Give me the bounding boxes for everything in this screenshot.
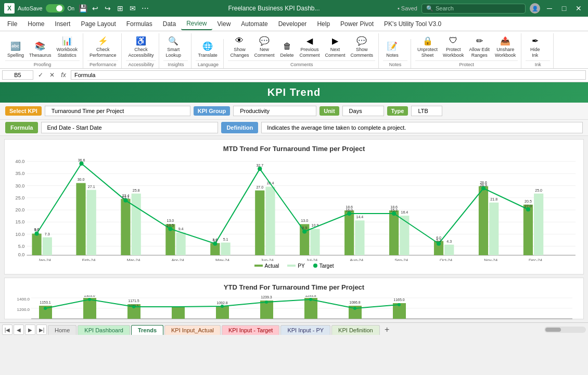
ribbon-group-ink: ✒ HideInk Ink: [522, 33, 554, 68]
menu-data[interactable]: Data: [158, 18, 181, 30]
formula-value: End Date - Start Date: [41, 122, 218, 133]
menu-developer[interactable]: Developer: [273, 18, 312, 30]
save-icon[interactable]: 💾: [78, 3, 88, 14]
unshare-workbook-btn[interactable]: 📤 UnshareWorkbook: [493, 33, 518, 59]
check-accessibility-btn[interactable]: ♿ CheckAccessibility: [126, 33, 156, 59]
formula-checkmark-icon[interactable]: ✓: [35, 70, 46, 80]
ytd-chart-title: YTD Trend For Turnaround Time per Projec…: [10, 283, 578, 291]
bar-actual-dec: [523, 205, 533, 255]
minimize-icon[interactable]: ─: [544, 3, 555, 14]
excel-icon: X: [4, 3, 15, 14]
spelling-btn[interactable]: 🔤 Spelling: [5, 39, 26, 59]
bar-actual-nov: [479, 186, 488, 255]
sheet-tab-kpi-dashboard[interactable]: KPI Dashboard: [78, 325, 130, 335]
ribbon-group-protect: 🔒 UnprotectSheet 🛡 ProtectWorkbook ✏ All…: [412, 33, 521, 68]
unshare-workbook-label: UnshareWorkbook: [495, 47, 516, 58]
bar-py-nov: [489, 202, 498, 255]
search-box[interactable]: 🔍: [421, 4, 526, 14]
menu-formulas[interactable]: Formulas: [121, 18, 158, 30]
menu-review[interactable]: Review: [181, 18, 212, 30]
more-icon[interactable]: ⋯: [140, 3, 150, 14]
menu-insert[interactable]: Insert: [49, 18, 75, 30]
bar-actual-feb: [76, 183, 85, 255]
mail-icon[interactable]: ✉: [127, 3, 138, 14]
grid-icon[interactable]: ⊞: [115, 3, 125, 14]
delete-btn[interactable]: 🗑 Delete: [278, 39, 297, 59]
restore-icon[interactable]: □: [559, 3, 569, 14]
next-comment-btn[interactable]: ▶ NextComment: [323, 33, 348, 59]
sheet-nav-next[interactable]: ▶: [25, 324, 35, 335]
type-value[interactable]: LTB: [411, 106, 442, 116]
formula-input[interactable]: [71, 70, 586, 80]
undo-icon[interactable]: ↩: [90, 3, 100, 14]
menu-pks-utility[interactable]: PK's Utility Tool V3.0: [379, 18, 446, 30]
svg-text:Jan-24: Jan-24: [38, 258, 51, 261]
close-icon[interactable]: ✕: [573, 3, 584, 14]
mtd-chart-container: MTD Trend For Turnaround Time per Projec…: [4, 139, 584, 274]
notes-label: Notes: [386, 53, 399, 58]
menu-automate[interactable]: Automate: [236, 18, 273, 30]
menu-power-pivot[interactable]: Power Pivot: [335, 18, 379, 30]
svg-text:16.4: 16.4: [401, 210, 408, 214]
autosave-toggle[interactable]: [46, 4, 65, 12]
svg-text:1200.0: 1200.0: [17, 307, 30, 312]
svg-text:25.0: 25.0: [535, 188, 542, 192]
menu-home[interactable]: Home: [22, 18, 49, 30]
new-comment-btn[interactable]: 💬 NewComment: [252, 33, 277, 59]
allow-edit-ranges-icon: ✏: [476, 34, 483, 47]
sheet-nav-first[interactable]: |◀: [2, 324, 12, 335]
show-comments-btn[interactable]: 💬 ShowComments: [349, 33, 376, 59]
svg-text:10.5: 10.5: [167, 223, 174, 227]
svg-rect-78: [172, 307, 185, 319]
check-performance-btn[interactable]: ⚡ CheckPerformance: [87, 33, 119, 59]
horizontal-scrollbar[interactable]: [544, 327, 586, 333]
sheet-tab-kpi-input-target[interactable]: KPI Input - Target: [222, 325, 279, 335]
svg-text:4.9: 4.9: [212, 238, 218, 242]
menu-view[interactable]: View: [212, 18, 236, 30]
workbook-stats-btn[interactable]: 📊 WorkbookStatistics: [55, 33, 80, 59]
menu-file[interactable]: File: [2, 18, 22, 30]
show-changes-label: ShowChanges: [230, 47, 249, 58]
svg-text:9.9: 9.9: [302, 226, 307, 230]
sheet-tab-trends[interactable]: Trends: [131, 325, 163, 335]
formula-fx-icon[interactable]: fx: [58, 70, 69, 80]
user-avatar[interactable]: 👤: [530, 3, 540, 14]
thesaurus-btn[interactable]: 📚 Thesaurus: [27, 39, 54, 59]
sheet-nav-prev[interactable]: ◀: [14, 324, 24, 335]
menu-page-layout[interactable]: Page Layout: [75, 18, 121, 30]
search-input[interactable]: [436, 5, 514, 11]
prev-comment-btn[interactable]: ◀ PreviousComment: [298, 33, 322, 59]
sheet-tab-kpi-definition[interactable]: KPI Definition: [331, 325, 380, 335]
protect-label: Protect: [415, 60, 518, 67]
hide-ink-btn[interactable]: ✒ HideInk: [526, 33, 544, 59]
unit-value[interactable]: Days: [342, 106, 384, 116]
notes-btn[interactable]: 📝 Notes: [383, 39, 402, 59]
legend-target: Target: [313, 263, 334, 269]
bar-py-feb: [87, 190, 96, 255]
add-sheet-button[interactable]: +: [381, 324, 393, 335]
allow-edit-ranges-btn[interactable]: ✏ Allow EditRanges: [467, 33, 492, 59]
svg-text:1153.1: 1153.1: [40, 301, 51, 304]
svg-text:27.0: 27.0: [525, 204, 532, 208]
redo-icon[interactable]: ↪: [103, 3, 113, 14]
scrollbar-thumb[interactable]: [545, 328, 561, 332]
sheet-tab-home[interactable]: Home: [48, 325, 76, 335]
unprotect-sheet-btn[interactable]: 🔒 UnprotectSheet: [415, 33, 440, 59]
bar-py-apr: [176, 232, 186, 255]
sheet-nav-last[interactable]: ▶|: [36, 324, 47, 335]
show-changes-btn[interactable]: 👁 ShowChanges: [228, 33, 251, 59]
formula-x-icon[interactable]: ✕: [47, 70, 57, 80]
smart-lookup-btn[interactable]: 🔍 SmartLookup: [163, 33, 183, 59]
sheet-tab-kpi-input-actual[interactable]: KPI Input_Actual: [164, 325, 221, 335]
new-comment-label: NewComment: [254, 47, 275, 58]
svg-point-89: [44, 307, 47, 310]
translate-btn[interactable]: 🌐 Translate: [196, 39, 219, 59]
sheet-tab-kpi-input-py[interactable]: KPI Input - PY: [280, 325, 330, 335]
show-comments-label: ShowComments: [351, 47, 374, 58]
cell-reference-input[interactable]: [2, 70, 33, 80]
svg-text:36.6: 36.6: [78, 158, 85, 162]
menu-help[interactable]: Help: [312, 18, 335, 30]
select-kpi-value[interactable]: Turnaround Time per Project: [45, 106, 190, 116]
protect-workbook-btn[interactable]: 🛡 ProtectWorkbook: [441, 33, 466, 59]
kpi-group-value[interactable]: Productivity: [233, 106, 316, 116]
